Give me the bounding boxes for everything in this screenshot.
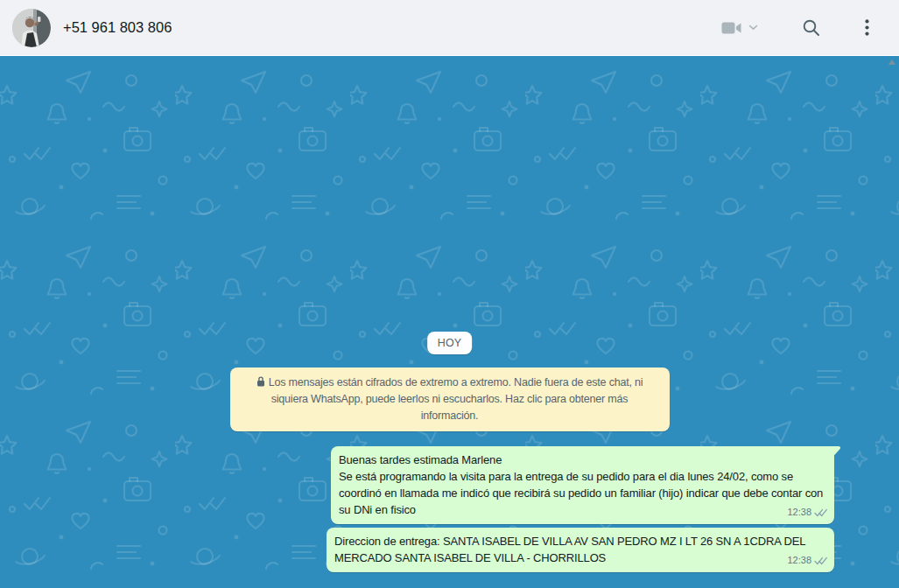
message-text: Direccion de entrega: SANTA ISABEL DE VI… [334, 533, 826, 566]
date-badge: HOY [427, 332, 473, 354]
message-outgoing[interactable]: Direccion de entrega: SANTA ISABEL DE VI… [327, 528, 834, 572]
header-actions [718, 15, 873, 41]
message-meta: 12:38 [787, 504, 827, 521]
whatsapp-chat-window: +51 961 803 806 [0, 0, 899, 588]
bubble-tail [833, 446, 841, 458]
message-meta: 12:38 [787, 552, 827, 569]
message-text: Buenas tardes estimada Marlene Se está p… [339, 452, 826, 518]
encryption-notice-text: Los mensajes están cifrados de extremo a… [269, 376, 643, 422]
video-call-icon [721, 21, 743, 35]
conversation-panel[interactable]: HOY Los mensajes están cifrados de extre… [0, 56, 899, 588]
contact-header-info[interactable]: +51 961 803 806 [12, 9, 718, 47]
message-time: 12:38 [787, 504, 811, 521]
chat-header: +51 961 803 806 [0, 0, 899, 56]
contact-avatar[interactable] [12, 9, 51, 47]
message-outgoing[interactable]: Buenas tardes estimada Marlene Se está p… [331, 446, 834, 524]
search-button[interactable] [798, 15, 825, 41]
message-time: 12:38 [787, 552, 811, 569]
delivered-double-check-icon [814, 508, 827, 517]
scrollbar-up-arrow[interactable] [888, 60, 895, 65]
menu-button[interactable] [861, 16, 873, 39]
lock-icon [256, 376, 265, 387]
search-icon [802, 18, 821, 38]
kebab-menu-icon [865, 19, 869, 36]
chevron-down-icon [748, 24, 758, 31]
contact-name[interactable]: +51 961 803 806 [63, 19, 172, 36]
encryption-notice[interactable]: Los mensajes están cifrados de extremo a… [230, 368, 670, 431]
contact-photo [12, 9, 51, 47]
delivered-double-check-icon [814, 556, 827, 565]
video-call-button[interactable] [718, 18, 762, 38]
